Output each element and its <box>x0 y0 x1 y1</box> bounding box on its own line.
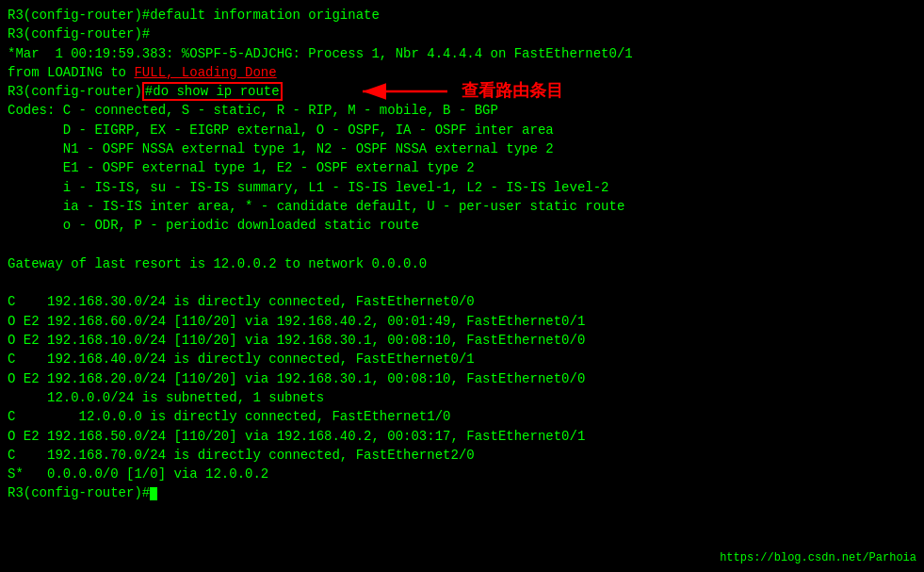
line-gateway: Gateway of last resort is 12.0.0.2 to ne… <box>8 254 916 273</box>
watermark: https://blog.csdn.net/Parhoia <box>720 551 916 564</box>
line-route-6: 12.0.0.0/24 is subnetted, 1 subnets <box>8 388 916 407</box>
line-route-2: O E2 192.168.60.0/24 [110/20] via 192.16… <box>8 312 916 331</box>
line-blank1 <box>8 236 916 254</box>
line-8: N1 - OSPF NSSA external type 1, N2 - OSP… <box>8 139 916 158</box>
line-3: *Mar 1 00:19:59.383: %OSPF-5-ADJCHG: Pro… <box>8 44 916 63</box>
full-loading-done: FULL, Loading Done <box>134 65 276 80</box>
line-10: i - IS-IS, su - IS-IS summary, L1 - IS-I… <box>8 178 916 197</box>
line-blank2 <box>8 273 916 292</box>
line-route-3: O E2 192.168.10.0/24 [110/20] via 192.16… <box>8 331 916 350</box>
line-route-7: C 12.0.0.0 is directly connected, FastEt… <box>8 407 916 426</box>
line-route-1: C 192.168.30.0/24 is directly connected,… <box>8 292 916 311</box>
line-route-9: C 192.168.70.0/24 is directly connected,… <box>8 446 916 465</box>
cursor <box>150 487 157 500</box>
line-route-5: O E2 192.168.20.0/24 [110/20] via 192.16… <box>8 369 916 388</box>
line-7: D - EIGRP, EX - EIGRP external, O - OSPF… <box>8 121 916 139</box>
chinese-annotation: 查看路由条目 <box>462 79 563 102</box>
line-1: R3(config-router)#default information or… <box>8 6 916 25</box>
line-12: o - ODR, P - periodic downloaded static … <box>8 216 916 235</box>
line-6: Codes: C - connected, S - static, R - RI… <box>8 101 916 120</box>
line-route-10: S* 0.0.0.0/0 [1/0] via 12.0.0.2 <box>8 465 916 483</box>
line-last: R3(config-router)# <box>8 483 916 502</box>
line-9: E1 - OSPF external type 1, E2 - OSPF ext… <box>8 158 916 177</box>
line-11: ia - IS-IS inter area, * - candidate def… <box>8 197 916 216</box>
command-highlight: #do show ip route <box>142 82 283 101</box>
line-route-8: O E2 192.168.50.0/24 [110/20] via 192.16… <box>8 427 916 446</box>
line-route-4: C 192.168.40.0/24 is directly connected,… <box>8 350 916 368</box>
line-2: R3(config-router)# <box>8 25 916 43</box>
